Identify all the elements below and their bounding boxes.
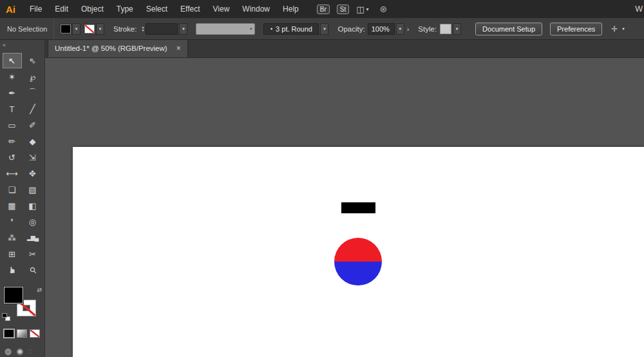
artwork-rect[interactable]: [341, 202, 375, 213]
style-chevron-icon[interactable]: ▾: [453, 23, 461, 35]
lasso-tool[interactable]: ℘: [23, 69, 43, 84]
stroke-weight-chevron-icon[interactable]: ▾: [179, 23, 187, 35]
line-segment-tool[interactable]: ╱: [23, 101, 43, 117]
gradient-tool[interactable]: ◧: [23, 198, 43, 213]
menu-view[interactable]: View: [207, 0, 236, 18]
curvature-tool[interactable]: ⌒: [23, 85, 43, 101]
mesh-tool[interactable]: ▦: [3, 198, 22, 213]
drawing-mode-buttons: ◍ ◉ ◌: [5, 347, 44, 356]
document-tab-title: Untitled-1* @ 50% (RGB/Preview): [55, 44, 167, 52]
color-mode-buttons: [4, 329, 44, 338]
brush-field[interactable]: • 3 pt. Round: [263, 23, 319, 35]
document-setup-button[interactable]: Document Setup: [475, 23, 542, 35]
control-bar: No Selection ▾ ▾ Stroke: ▴ ▾ ▾ ▾ • 3 pt.…: [0, 18, 644, 40]
menu-edit[interactable]: Edit: [48, 0, 75, 18]
stroke-profile-dropdown[interactable]: ▾: [196, 23, 255, 35]
menubar: Ai FileEditObjectTypeSelectEffectViewWin…: [0, 0, 644, 18]
brush-chevron-icon[interactable]: ▾: [320, 23, 328, 35]
style-swatch[interactable]: [440, 24, 451, 34]
fill-chevron-icon[interactable]: ▾: [72, 23, 80, 35]
none-mode-button[interactable]: [30, 329, 40, 338]
stock-button[interactable]: St: [337, 5, 349, 14]
chevron-down-icon: ▾: [366, 6, 368, 12]
selection-status: No Selection: [0, 18, 54, 39]
default-fill-stroke-icon[interactable]: [2, 313, 12, 322]
color-mode-button[interactable]: [4, 329, 14, 338]
menu-effect[interactable]: Effect: [174, 0, 206, 18]
draw-behind-icon[interactable]: ◉: [16, 347, 23, 356]
panel-collapse-button[interactable]: «: [0, 40, 44, 50]
anchor-chevron-icon[interactable]: ▾: [619, 23, 627, 35]
opacity-label: Opacity:: [337, 25, 365, 33]
opacity-field[interactable]: 100%: [368, 23, 395, 35]
style-combo[interactable]: ▾: [437, 23, 461, 35]
menu-object[interactable]: Object: [75, 0, 110, 18]
blend-tool[interactable]: ◎: [23, 214, 43, 229]
fill-stroke-indicator: ⇄: [2, 287, 43, 323]
stroke-weight-stepper[interactable]: ▴ ▾: [142, 26, 144, 32]
swap-fill-stroke-icon[interactable]: ⇄: [37, 287, 42, 293]
scale-tool[interactable]: ⇲: [23, 150, 43, 165]
draw-normal-icon[interactable]: ◍: [5, 347, 11, 356]
menu-select[interactable]: Select: [140, 0, 174, 18]
arrange-documents-button[interactable]: ◫ ▾: [356, 5, 368, 14]
perspective-grid-tool[interactable]: ▧: [23, 182, 43, 197]
direct-selection-tool[interactable]: ⇖: [23, 53, 43, 68]
artboard-tool[interactable]: ⊞: [3, 246, 22, 262]
hand-tool[interactable]: ☛: [5, 260, 20, 280]
sync-settings-icon[interactable]: ⊛: [380, 4, 388, 14]
menu-file[interactable]: File: [23, 0, 48, 18]
fill-indicator[interactable]: [4, 287, 23, 304]
fill-swatch[interactable]: [61, 24, 71, 34]
artwork-circle[interactable]: [334, 238, 382, 285]
stroke-color-control[interactable]: ▾: [84, 23, 104, 35]
menu-window[interactable]: Window: [236, 0, 276, 18]
column-graph-tool[interactable]: ▂▆▄: [23, 230, 43, 246]
opacity-combo[interactable]: 100% ▾: [368, 23, 404, 35]
align-anchor-control[interactable]: ✛ ▾: [611, 23, 627, 35]
eyedropper-tool[interactable]: ❜: [3, 214, 22, 229]
preferences-button[interactable]: Preferences: [550, 23, 602, 35]
document-tab[interactable]: Untitled-1* @ 50% (RGB/Preview) ×: [48, 39, 188, 57]
stroke-chevron-icon[interactable]: ▾: [96, 23, 104, 35]
bridge-button[interactable]: Br: [317, 5, 330, 14]
free-transform-tool[interactable]: ✥: [23, 166, 43, 181]
stroke-weight-field[interactable]: [146, 23, 178, 35]
draw-inside-icon[interactable]: ◌: [28, 347, 33, 356]
rectangle-tool[interactable]: ▭: [3, 117, 22, 133]
brush-preview-icon: •: [270, 26, 272, 32]
magic-wand-tool[interactable]: ✶: [3, 69, 22, 84]
eraser-tool[interactable]: ◆: [23, 133, 43, 149]
tool-grid: ↖⇖✶℘✒⌒T╱▭✐✏◆↺⇲⟷✥❏▧▦◧❜◎⁂▂▆▄⊞✂☛⚲: [0, 53, 44, 278]
illustrator-window: Ai FileEditObjectTypeSelectEffectViewWin…: [0, 0, 644, 357]
type-tool[interactable]: T: [3, 101, 22, 117]
stroke-label: Stroke:: [113, 25, 137, 33]
brush-value: 3 pt. Round: [276, 25, 312, 33]
shape-builder-tool[interactable]: ❏: [3, 182, 22, 197]
menu-type[interactable]: Type: [110, 0, 140, 18]
menubar-items: FileEditObjectTypeSelectEffectViewWindow…: [23, 0, 305, 18]
profile-chevron-icon: ▾: [250, 26, 252, 32]
stroke-weight-combo[interactable]: ▾: [146, 23, 187, 35]
opacity-flyout-icon[interactable]: ›: [407, 25, 410, 33]
rotate-tool[interactable]: ↺: [3, 150, 22, 165]
stroke-swatch[interactable]: [84, 24, 95, 34]
opacity-chevron-icon[interactable]: ▾: [396, 23, 404, 35]
fill-color-control[interactable]: ▾: [61, 23, 80, 35]
gradient-mode-button[interactable]: [17, 329, 27, 338]
menu-help[interactable]: Help: [276, 0, 305, 18]
paintbrush-tool[interactable]: ✐: [23, 117, 43, 133]
app-logo: Ai: [0, 4, 23, 15]
selection-tool[interactable]: ↖: [3, 53, 22, 68]
brush-definition-combo[interactable]: • 3 pt. Round ▾: [263, 23, 328, 35]
menubar-icons: Br St ◫ ▾ ⊛: [317, 4, 388, 14]
workspace-label-partial: W: [635, 5, 643, 14]
arrange-documents-icon: ◫: [356, 5, 364, 14]
tab-close-icon[interactable]: ×: [176, 44, 181, 53]
stepper-down-icon[interactable]: ▾: [142, 29, 144, 32]
width-tool[interactable]: ⟷: [3, 166, 22, 181]
canvas[interactable]: [45, 58, 644, 357]
pencil-tool[interactable]: ✏: [3, 133, 22, 149]
symbol-sprayer-tool[interactable]: ⁂: [3, 230, 22, 246]
pen-tool[interactable]: ✒: [3, 85, 22, 101]
